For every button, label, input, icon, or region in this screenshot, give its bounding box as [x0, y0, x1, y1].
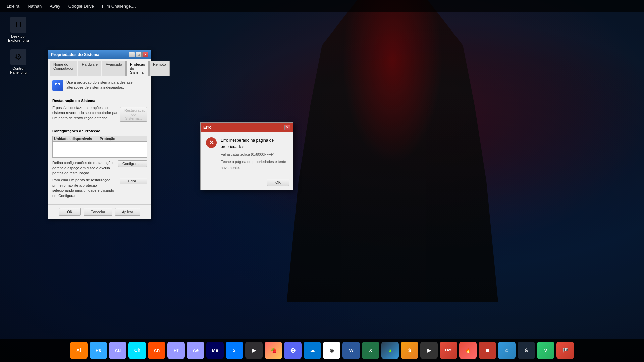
error-controls: ✕ — [284, 125, 290, 130]
dock-icon-fruit[interactable]: 🍓 — [265, 342, 282, 359]
dock-icon-face[interactable]: ☺ — [498, 342, 516, 359]
dock-icon-an[interactable]: An — [148, 342, 165, 359]
dock-icon-ai[interactable]: Ai — [70, 342, 88, 359]
dock-icon-v[interactable]: V — [537, 342, 554, 359]
menu-googledrive[interactable]: Google Drive — [64, 2, 98, 10]
error-line1: Erro inesperado na página de propriedade… — [221, 137, 288, 150]
error-dialog: Erro ✕ ✕ Erro inesperado na página de pr… — [200, 122, 293, 190]
desktop-icon-explorer[interactable]: 🖥 Desktop, Explorer.png — [5, 17, 32, 42]
error-icon: ✕ — [206, 137, 217, 148]
divider-2 — [52, 126, 147, 126]
menu-filmchallenge[interactable]: Film Challenge.... — [98, 2, 140, 10]
col-protecao: Proteção — [100, 137, 145, 141]
system-properties-window: Propriedades do Sistema ─ □ ✕ Nome do Co… — [48, 50, 151, 219]
dock-icon-script[interactable]: ▶ — [420, 342, 438, 359]
ae-label: Ae — [193, 348, 199, 353]
menu-bar: Lixeira Nathan Away Google Drive Film Ch… — [0, 0, 644, 12]
close-button[interactable]: ✕ — [142, 52, 148, 57]
error-line2: Falha catastrófica (0x8000FFFF) — [221, 152, 288, 158]
dock-icon-discord[interactable]: ⊕ — [284, 342, 302, 359]
redbox-label: ◼ — [485, 348, 489, 353]
dock-icon-flame[interactable]: 🔥 — [459, 342, 477, 359]
desktop-icon-controlpanel-label: Control Panel.png — [5, 66, 32, 74]
3dsmax-label: 3 — [233, 348, 236, 353]
error-close-button[interactable]: ✕ — [284, 125, 290, 130]
dock-icon-word[interactable]: W — [342, 342, 360, 359]
me-label: Me — [212, 348, 218, 353]
dock-icon-3dsmax[interactable]: 3 — [226, 342, 243, 359]
cancelar-button[interactable]: Cancelar — [84, 208, 112, 216]
word-label: W — [349, 348, 353, 353]
menu-away[interactable]: Away — [46, 2, 64, 10]
dock-icon-speed[interactable]: 🏁 — [556, 342, 574, 359]
minimize-button[interactable]: ─ — [129, 52, 135, 57]
tab-remoto[interactable]: Remoto — [149, 61, 170, 76]
excel-label: X — [369, 348, 372, 353]
chrome-label: ◉ — [330, 348, 334, 353]
tab-nome-computador[interactable]: Nome do Computador — [50, 61, 77, 76]
dock-icon-redbox[interactable]: ◼ — [479, 342, 496, 359]
system-props-header: 🛡 Use a proteção do sistema para desfaze… — [52, 80, 147, 91]
system-props-content: 🛡 Use a proteção do sistema para desfaze… — [48, 76, 151, 204]
pr-label: Pr — [174, 348, 179, 353]
obs-label: ▶ — [252, 348, 256, 353]
system-props-footer: OK Cancelar Aplicar — [48, 204, 151, 219]
speed-label: 🏁 — [562, 348, 568, 353]
dock-icon-chrome[interactable]: ◉ — [323, 342, 340, 359]
system-props-description: Use a proteção do sistema para desfazer … — [66, 80, 147, 90]
restauracao-button[interactable]: Restauração do Sistema... — [120, 107, 147, 122]
maximize-button[interactable]: □ — [136, 52, 142, 57]
system-shield-icon: 🛡 — [52, 80, 63, 91]
dock-icon-dollar[interactable]: S — [381, 342, 399, 359]
live-label: Live — [445, 349, 452, 352]
dock-icon-me[interactable]: Me — [206, 342, 224, 359]
dock-icon-coin[interactable]: $ — [401, 342, 418, 359]
tab-protecao-sistema[interactable]: Proteção do Sistema — [126, 61, 149, 76]
dock-icon-ps[interactable]: Ps — [90, 342, 107, 359]
tab-hardware[interactable]: Hardware — [78, 61, 102, 76]
ch-label: Ch — [134, 348, 141, 353]
error-footer: OK — [201, 176, 293, 190]
divider-1 — [52, 96, 147, 96]
dock-icon-pr[interactable]: Pr — [167, 342, 185, 359]
error-ok-button[interactable]: OK — [267, 179, 289, 186]
drives-table: Unidades disponíveis Proteção — [52, 136, 147, 158]
dock-icon-live[interactable]: Live — [440, 342, 457, 359]
dock-icon-obs[interactable]: ▶ — [245, 342, 263, 359]
config-text-2: Para criar um ponto de restauração, prim… — [52, 178, 117, 198]
configurar-button[interactable]: Configurar... — [118, 160, 147, 167]
desktop-icon-explorer-label: Desktop, Explorer.png — [5, 34, 32, 42]
steam-label: ♨ — [524, 348, 529, 353]
dock-icon-excel[interactable]: X — [362, 342, 379, 359]
aplicar-button[interactable]: Aplicar — [115, 208, 141, 216]
dock-icon-steam[interactable]: ♨ — [518, 342, 535, 359]
onedrive-label: ☁ — [310, 348, 315, 353]
dock-icon-ae[interactable]: Ae — [187, 342, 204, 359]
discord-label: ⊕ — [290, 347, 296, 354]
restauracao-text: É possível desfazer alterações no sistem… — [52, 105, 120, 121]
taskbar: Ai Ps Au Ch An Pr Ae Me 3 ▶ 🍓 ⊕ ☁ ◉ W X — [0, 339, 644, 362]
tab-avancado[interactable]: Avançado — [102, 61, 126, 76]
script-label: ▶ — [427, 348, 431, 353]
error-line3: Feche a página de propriedades e tente n… — [221, 159, 288, 171]
fruit-label: 🍓 — [271, 348, 276, 353]
error-titlebar: Erro ✕ — [201, 123, 293, 132]
menu-lixeira[interactable]: Lixeira — [3, 2, 23, 10]
dock-icon-onedrive[interactable]: ☁ — [304, 342, 321, 359]
an-label: An — [154, 348, 160, 353]
dock-icon-au[interactable]: Au — [109, 342, 126, 359]
window-controls: ─ □ ✕ — [129, 52, 148, 57]
ai-label: Ai — [76, 348, 81, 353]
ok-button[interactable]: OK — [59, 208, 81, 216]
system-props-titlebar: Propriedades do Sistema ─ □ ✕ — [48, 50, 151, 59]
dock-icon-ch[interactable]: Ch — [128, 342, 146, 359]
col-unidades: Unidades disponíveis — [54, 137, 100, 141]
desktop-icon-controlpanel[interactable]: ⚙ Control Panel.png — [5, 49, 32, 74]
system-props-title: Propriedades do Sistema — [51, 52, 129, 57]
desktop-icon-controlpanel-img: ⚙ — [10, 49, 26, 65]
table-header: Unidades disponíveis Proteção — [53, 136, 147, 142]
v-label: V — [544, 348, 547, 353]
criar-button[interactable]: Criar... — [120, 178, 147, 184]
menu-nathan[interactable]: Nathan — [23, 2, 46, 10]
flame-label: 🔥 — [465, 348, 471, 353]
